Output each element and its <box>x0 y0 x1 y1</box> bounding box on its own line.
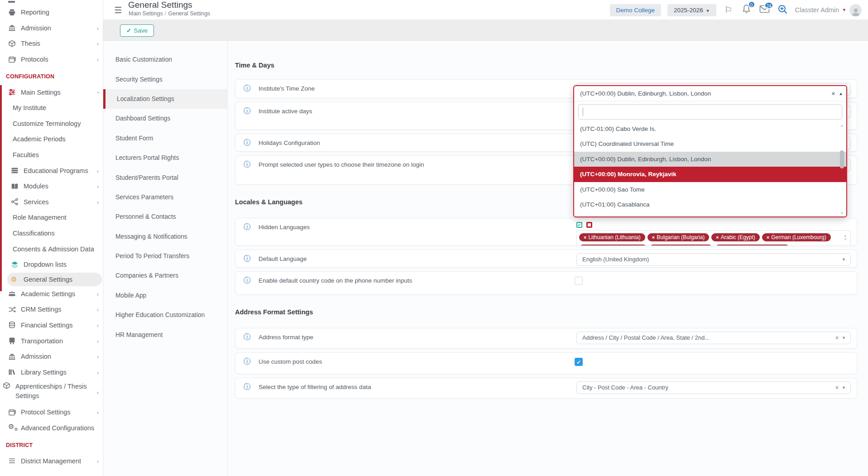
info-icon[interactable]: ⓘ <box>244 160 251 169</box>
breadcrumb-parent[interactable]: Main Settings <box>129 10 163 17</box>
settings-menu-item-personnel-contacts[interactable]: Personnel & Contacts <box>103 207 227 226</box>
scroll-up-icon[interactable]: ▲ <box>839 123 845 128</box>
sidebar-item-apprenticeships-thesis-settings[interactable]: Apprenticeships / Thesis Settings‹ <box>0 380 103 404</box>
timezone-option[interactable]: (UTC-01:00) Cabo Verde Is. <box>574 121 846 136</box>
deselect-all-icon[interactable] <box>586 222 592 228</box>
clear-icon[interactable]: × <box>835 332 839 344</box>
settings-menu-item-higher-education-customization[interactable]: Higher Education Customization <box>103 305 227 325</box>
user-menu[interactable]: Classter Admin ▼ <box>795 4 862 16</box>
sidebar-item-crm-settings[interactable]: CRM Settings‹ <box>0 302 103 317</box>
sidebar-item-admission[interactable]: Admission‹ <box>0 20 103 36</box>
language-tag[interactable]: ×Lithuanian (Lithuania) <box>579 233 645 241</box>
timezone-option[interactable]: (UTC) Coordinated Universal Time <box>574 136 846 151</box>
remove-tag-icon[interactable]: × <box>716 235 719 240</box>
scroll-down-icon[interactable]: ▼ <box>839 211 845 216</box>
clear-selection-icon[interactable]: × <box>831 86 835 101</box>
sidebar-item-admission[interactable]: Admission‹ <box>0 349 103 365</box>
save-button[interactable]: ✓Save <box>120 24 154 37</box>
sidebar-item-main-settings[interactable]: Main Settings‹ <box>0 84 103 100</box>
sidebar-item-reporting[interactable]: Reporting <box>0 5 103 20</box>
sidebar-item-customize-terminology[interactable]: Customize Terminology <box>0 116 103 132</box>
remove-tag-icon[interactable]: × <box>584 235 586 240</box>
info-icon[interactable]: ⓘ <box>244 276 251 285</box>
sidebar-item-educational-programs[interactable]: Educational Programs‹ <box>0 163 103 178</box>
envelope-icon[interactable]: 24 <box>759 5 771 15</box>
settings-menu-item-dashboard-settings[interactable]: Dashboard Settings <box>103 109 227 128</box>
sidebar-item-academic-settings[interactable]: Academic Settings‹ <box>0 286 103 302</box>
language-tag[interactable]: ×Bulgarian (Bulgaria) <box>647 233 710 241</box>
zoom-plus-icon[interactable] <box>777 4 789 16</box>
settings-menu-item-period-to-period-transfers[interactable]: Period To Period Transfers <box>103 246 227 266</box>
spinner-icons[interactable]: ▲▼ <box>844 234 847 241</box>
language-tag-partial[interactable] <box>579 245 647 246</box>
settings-menu-item-companies-partners[interactable]: Companies & Partners <box>103 266 227 285</box>
dropdown-scrollbar[interactable]: ▲ ▼ <box>839 122 845 216</box>
checkbox[interactable]: ✓ <box>575 358 583 366</box>
language-tag-partial[interactable] <box>715 245 790 246</box>
sidebar-item-academic-periods[interactable]: Academic Periods <box>0 131 103 147</box>
sidebar-item-my-institute[interactable]: My Institute <box>0 100 103 116</box>
settings-menu-item-student-form[interactable]: Student Form <box>103 129 227 148</box>
sidebar-item-protocols[interactable]: Protocols‹ <box>0 52 103 67</box>
academic-year-dropdown[interactable]: 2025-2026▼ <box>667 4 716 16</box>
hidden-languages-multiselect[interactable]: ×Lithuanian (Lithuania)×Bulgarian (Bulga… <box>576 230 851 246</box>
timezone-search-input[interactable] <box>578 104 842 120</box>
sidebar-item-library-settings[interactable]: Library Settings‹ <box>0 364 103 380</box>
timezone-option[interactable]: (UTC+01:00) Amsterdam, Berlin, Bern, Rom… <box>574 212 846 217</box>
remove-tag-icon[interactable]: × <box>652 235 655 240</box>
avatar[interactable] <box>849 4 862 16</box>
sidebar-item-thesis[interactable]: Thesis‹ <box>0 36 103 52</box>
timezone-selected-value[interactable]: (UTC+00:00) Dublin, Edinburgh, Lisbon, L… <box>574 86 846 101</box>
settings-menu-item-services-parameters[interactable]: Services Parameters <box>103 188 227 207</box>
language-tag[interactable]: ×German (Luxembourg) <box>762 233 831 241</box>
sidebar-item-advanced-configurations[interactable]: ⚙⚙Advanced Configurations <box>0 420 103 436</box>
info-icon[interactable]: ⓘ <box>244 357 251 366</box>
bell-icon[interactable]: 0 <box>741 4 753 16</box>
settings-menu-item-student-parents-portal[interactable]: Student/Parents Portal <box>103 168 227 187</box>
info-icon[interactable]: ⓘ <box>244 84 251 93</box>
clear-icon[interactable]: × <box>835 382 839 394</box>
sidebar-item-consents-admission-data[interactable]: Consents & Admission Data <box>0 241 103 257</box>
sidebar-item-financial-settings[interactable]: Financial Settings‹ <box>0 317 103 333</box>
sidebar-item-services[interactable]: Services‹ <box>0 194 103 210</box>
checkbox[interactable] <box>575 277 583 285</box>
info-icon[interactable]: ⓘ <box>244 382 251 392</box>
sidebar-item-protocol-settings[interactable]: Protocol Settings‹ <box>0 404 103 420</box>
select-field[interactable]: Address / City / Postal Code / Area, Sta… <box>576 332 851 344</box>
scrollbar-thumb[interactable] <box>840 150 844 168</box>
sidebar-item-transportation[interactable]: Transportation‹ <box>0 333 103 349</box>
sidebar-item-district-management[interactable]: District Management‹ <box>0 453 103 469</box>
settings-menu-item-lecturers-portal-rights[interactable]: Lecturers Portal Rights <box>103 148 227 168</box>
timezone-option[interactable]: (UTC+00:00) Dublin, Edinburgh, Lisbon, L… <box>574 152 846 167</box>
flag-icon[interactable]: ⚐ <box>723 5 734 15</box>
settings-menu-item-basic-customization[interactable]: Basic Customization <box>103 50 227 69</box>
institution-button[interactable]: Demo College <box>610 4 662 16</box>
info-icon[interactable]: ⓘ <box>244 254 251 264</box>
sidebar-item-role-management[interactable]: Role Management <box>0 210 103 226</box>
timezone-option[interactable]: (UTC+00:00) Monrovia, Reykjavik <box>574 167 846 182</box>
timezone-option[interactable]: (UTC+00:00) Sao Tome <box>574 182 846 197</box>
hamburger-menu-icon[interactable]: ☰ <box>114 5 123 15</box>
select-all-icon[interactable]: ✓ <box>576 222 582 228</box>
info-icon[interactable]: ⓘ <box>244 332 251 342</box>
chevron-up-icon[interactable]: ▲ <box>839 86 843 101</box>
settings-menu-item-hr-management[interactable]: HR Management <box>103 325 227 344</box>
select-field[interactable]: City - Post Code - Area - Country×▼ <box>576 381 851 394</box>
breadcrumb-current[interactable]: General Settings <box>168 10 210 17</box>
info-icon[interactable]: ⓘ <box>244 138 251 148</box>
info-icon[interactable]: ⓘ <box>244 222 251 232</box>
sidebar-item-dropdown-lists[interactable]: Dropdown lists <box>0 257 103 273</box>
settings-menu-item-security-settings[interactable]: Security Settings <box>103 69 227 89</box>
sidebar-item-classifications[interactable]: Classifications <box>0 226 103 241</box>
sidebar-item-modules[interactable]: Modules‹ <box>0 178 103 194</box>
info-icon[interactable]: ⓘ <box>244 106 251 116</box>
select-field[interactable]: English (United Kingdom)▼ <box>576 253 851 266</box>
settings-menu-item-mobile-app[interactable]: Mobile App <box>103 286 227 305</box>
settings-menu-item-messaging-notifications[interactable]: Messaging & Notifications <box>103 227 227 246</box>
timezone-option[interactable]: (UTC+01:00) Casablanca <box>574 197 846 212</box>
sidebar-item-faculties[interactable]: Faculties <box>0 147 103 163</box>
language-tag-partial[interactable] <box>649 245 713 246</box>
sidebar-item-general-settings[interactable]: ⚙General Settings <box>7 273 102 286</box>
language-tag[interactable]: ×Arabic (Egypt) <box>711 233 759 241</box>
settings-menu-item-localization-settings[interactable]: Localization Settings <box>103 89 227 109</box>
